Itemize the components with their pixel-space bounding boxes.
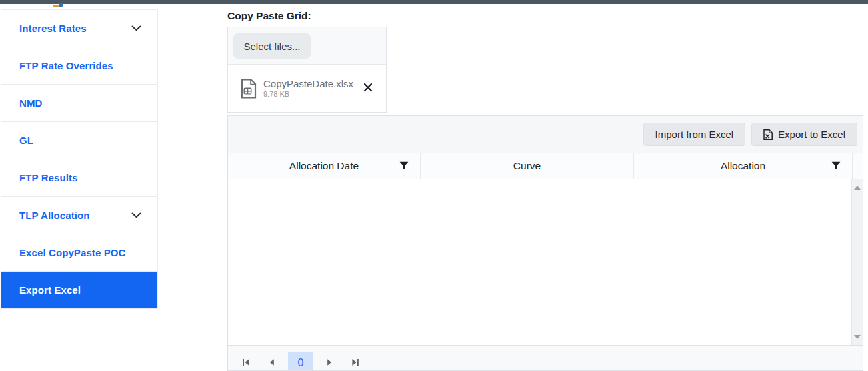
sidebar-nav: Interest Rates FTP Rate Overrides NMD GL… — [1, 9, 158, 309]
upload-dropzone: Select files... — [228, 27, 386, 65]
filter-icon[interactable] — [831, 161, 841, 171]
main-content: Copy Paste Grid: Select files... — [227, 0, 868, 371]
grid-body — [228, 179, 863, 345]
column-header-allocation[interactable]: Allocation — [634, 153, 853, 179]
excel-file-icon — [240, 79, 257, 99]
caret-right-icon — [325, 358, 333, 368]
chevron-down-icon — [131, 25, 141, 31]
column-header-label: Allocation Date — [289, 160, 359, 172]
pager-last-page-button[interactable] — [345, 352, 365, 371]
logo-fragment-orange — [53, 5, 59, 7]
seek-first-icon — [242, 358, 250, 368]
sidebar-item-label: Interest Rates — [19, 23, 87, 34]
sidebar-item-ftp-rate-overrides[interactable]: FTP Rate Overrides — [1, 47, 157, 85]
column-header-curve[interactable]: Curve — [421, 153, 634, 179]
filter-icon[interactable] — [399, 161, 409, 171]
excel-export-icon — [763, 129, 773, 140]
sidebar-item-label: Excel CopyPaste POC — [19, 247, 125, 258]
scroll-down-icon[interactable] — [854, 335, 861, 339]
file-name: CopyPasteDate.xlsx — [263, 78, 353, 90]
seek-last-icon — [351, 358, 359, 368]
file-meta: CopyPasteDate.xlsx 9.78 KB — [263, 78, 353, 99]
column-header-label: Allocation — [721, 160, 765, 172]
close-icon — [363, 83, 373, 94]
import-from-excel-label: Import from Excel — [655, 129, 734, 140]
logo-fragment-blue — [59, 3, 63, 7]
sidebar-item-label: GL — [19, 135, 33, 146]
column-header-allocation-date[interactable]: Allocation Date — [228, 153, 421, 179]
sidebar-item-interest-rates[interactable]: Interest Rates — [1, 10, 157, 47]
sidebar-item-tlp-allocation[interactable]: TLP Allocation — [1, 197, 157, 234]
grid-header-row: Allocation Date Curve Allocation — [228, 153, 863, 179]
file-size: 9.78 KB — [263, 90, 353, 99]
export-to-excel-button[interactable]: Export to Excel — [751, 123, 857, 146]
vertical-scrollbar[interactable] — [851, 179, 863, 345]
uploaded-file-item: CopyPasteDate.xlsx 9.78 KB — [228, 65, 386, 112]
sidebar-item-label: NMD — [19, 97, 42, 109]
sidebar-item-nmd[interactable]: NMD — [1, 85, 157, 122]
pager-current-page[interactable]: 0 — [288, 352, 313, 371]
grid-toolbar: Import from Excel Export to Excel — [228, 116, 863, 153]
page-title: Copy Paste Grid: — [227, 10, 311, 22]
logo-fragment — [53, 3, 65, 8]
sidebar-item-label: TLP Allocation — [19, 210, 90, 221]
pager-next-page-button[interactable] — [319, 352, 339, 371]
scroll-up-icon[interactable] — [854, 186, 861, 190]
caret-left-icon — [268, 358, 276, 368]
app-page: Interest Rates FTP Rate Overrides NMD GL… — [0, 0, 868, 371]
remove-file-button[interactable] — [362, 83, 374, 95]
file-upload-widget: Select files... CopyPasteDate.xlsx — [227, 27, 387, 113]
sidebar-item-label: Export Excel — [19, 284, 81, 296]
pager-first-page-button[interactable] — [236, 352, 256, 371]
sidebar-item-gl[interactable]: GL — [1, 122, 157, 159]
chevron-down-icon — [131, 212, 141, 218]
import-from-excel-button[interactable]: Import from Excel — [643, 123, 746, 146]
column-header-spacer — [853, 153, 863, 179]
grid-pager: 0 — [228, 345, 863, 370]
grid-body-empty-area — [228, 179, 851, 345]
sidebar-item-export-excel[interactable]: Export Excel — [1, 272, 157, 309]
sidebar-item-excel-copypaste-poc[interactable]: Excel CopyPaste POC — [1, 234, 157, 272]
sidebar-item-label: FTP Results — [19, 172, 78, 183]
export-to-excel-label: Export to Excel — [778, 129, 845, 140]
column-header-label: Curve — [513, 160, 541, 172]
select-files-button[interactable]: Select files... — [233, 33, 311, 59]
pager-previous-page-button[interactable] — [262, 352, 282, 371]
sidebar-item-label: FTP Rate Overrides — [19, 60, 113, 71]
sidebar-item-ftp-results[interactable]: FTP Results — [1, 159, 157, 197]
data-grid: Import from Excel Export to Excel Al — [227, 115, 863, 371]
